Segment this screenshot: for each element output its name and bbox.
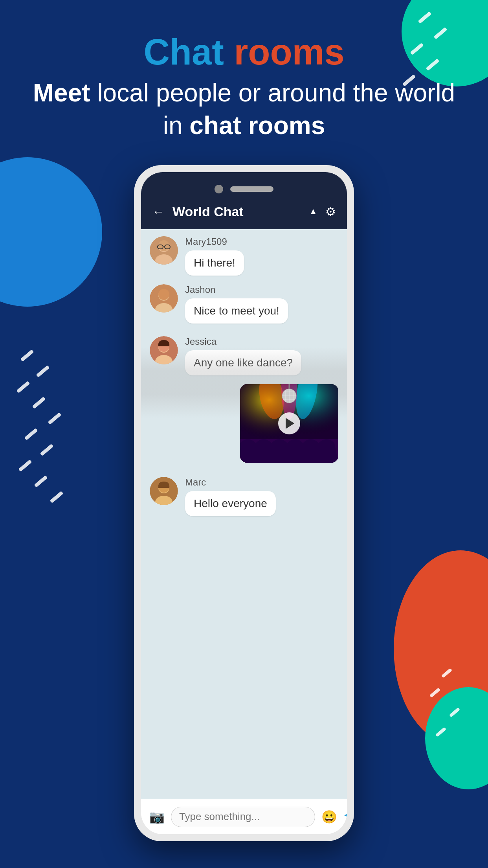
chat-header: ← World Chat ▲ ⚙: [141, 194, 347, 229]
video-message-row: [141, 377, 347, 470]
phone-outer: ← World Chat ▲ ⚙: [134, 165, 354, 841]
message-row-marc: Marc Hello everyone: [141, 470, 347, 518]
avatar-jashon: [150, 284, 178, 313]
username-jessica: Jessica: [185, 336, 301, 347]
title-chat: Chat: [143, 32, 224, 72]
phone-screen: ← World Chat ▲ ⚙: [141, 172, 347, 834]
message-content-jashon: Jashon Nice to meet you!: [185, 284, 288, 324]
svg-point-10: [158, 289, 169, 300]
header-section: Chat rooms Meet local people or around t…: [0, 31, 488, 142]
message-content-marc: Marc Hello everyone: [185, 477, 276, 516]
dashes-left-decoration: [12, 354, 67, 511]
message-content-jessica: Jessica Any one like dance?: [185, 336, 301, 375]
settings-button[interactable]: ⚙: [325, 205, 336, 219]
bubble-marc: Hello everyone: [185, 491, 276, 516]
dashes-right-bottom-decoration: [425, 671, 464, 750]
bubble-jessica: Any one like dance?: [185, 350, 301, 375]
subtitle-bold-meet: Meet: [33, 79, 90, 107]
bg-blue-circle: [0, 157, 102, 307]
message-row-jashon: Jashon Nice to meet you!: [141, 277, 347, 325]
chat-room-title: World Chat: [172, 204, 301, 219]
video-bubble[interactable]: [240, 384, 338, 463]
avatar-mary: [150, 236, 178, 265]
username-jashon: Jashon: [185, 284, 288, 295]
signal-icon: ▲: [309, 206, 317, 217]
send-button[interactable]: [343, 809, 347, 824]
subtitle-bold-chatrooms: chat rooms: [189, 111, 325, 140]
phone-camera: [215, 185, 223, 193]
message-input[interactable]: [171, 807, 315, 827]
message-content-mary: Mary1509 Hi there!: [185, 236, 244, 276]
svg-point-3: [158, 240, 169, 251]
main-title: Chat rooms: [0, 31, 488, 73]
emoji-button[interactable]: 😀: [321, 809, 337, 824]
video-thumbnail: [240, 384, 338, 463]
title-rooms: rooms: [234, 32, 344, 72]
input-bar: 📷 😀: [141, 799, 347, 834]
phone-speaker: [230, 186, 273, 192]
avatar-marc: [150, 477, 178, 505]
message-row-jessica: Jessica Any one like dance?: [141, 329, 347, 377]
play-button[interactable]: [278, 412, 300, 434]
chat-area: Mary1509 Hi there!: [141, 229, 347, 799]
username-marc: Marc: [185, 477, 276, 488]
phone-mockup: ← World Chat ▲ ⚙: [134, 165, 354, 841]
back-button[interactable]: ←: [152, 204, 165, 219]
avatar-jessica: [150, 336, 178, 364]
phone-top-bar: [215, 185, 273, 193]
bubble-mary: Hi there!: [185, 250, 244, 276]
username-mary: Mary1509: [185, 236, 244, 247]
message-row-mary: Mary1509 Hi there!: [141, 229, 347, 277]
subtitle: Meet local people or around the world in…: [0, 77, 488, 142]
play-triangle-icon: [286, 418, 294, 429]
camera-button[interactable]: 📷: [149, 809, 165, 824]
bubble-jashon: Nice to meet you!: [185, 298, 288, 324]
